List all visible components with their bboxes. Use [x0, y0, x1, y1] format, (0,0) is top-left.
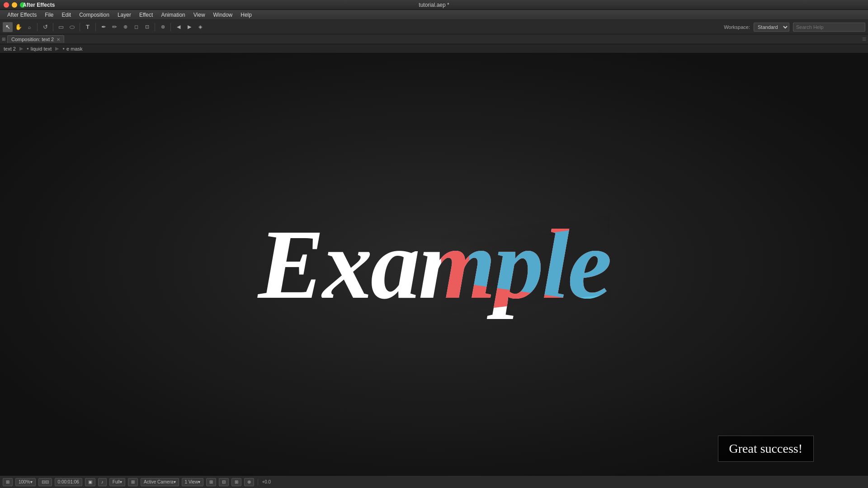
menu-layer[interactable]: Layer [114, 11, 135, 19]
resolution-icons[interactable]: ⊟⊟ [38, 478, 52, 486]
paint-tool[interactable]: ✏ [109, 22, 119, 32]
menu-effect[interactable]: Effect [136, 11, 156, 19]
menu-animation[interactable]: Animation [157, 11, 189, 19]
panel-tabs-bar: ⊞ Composition: text 2 ✕ ≡ [0, 34, 868, 44]
transform-btn[interactable]: ⊕ [244, 478, 254, 486]
quality-dropdown-icon: ▾ [120, 479, 122, 484]
comp-nav-liquid-text[interactable]: ● liquid text [27, 46, 52, 52]
comp-nav-liquid-text-label: liquid text [31, 46, 52, 52]
view-dropdown-icon: ▾ [198, 479, 200, 484]
layout-btn3[interactable]: ⊞ [231, 478, 241, 486]
main-text: Example [258, 215, 610, 314]
layout-btn1[interactable]: ⊞ [206, 478, 216, 486]
title-bar: After Effects tutorial.aep * [0, 0, 868, 10]
rect-mask-tool[interactable]: ▭ [56, 22, 66, 32]
success-text: Great success! [729, 441, 802, 455]
bullet-icon: ● [62, 47, 65, 51]
workspace-select[interactable]: Standard Minimal All Panels [754, 23, 789, 32]
rotate-tool[interactable]: ↺ [40, 22, 50, 32]
status-bar: ⊞ 100% ▾ ⊟⊟ 0:00:01:06 ▣ ♪ Full ▾ ⊞ Acti… [0, 475, 868, 488]
audio-btn[interactable]: ♪ [98, 478, 107, 486]
quality-btn[interactable]: Full ▾ [109, 478, 125, 486]
comp-icon-btn[interactable]: ⊞ [3, 478, 13, 486]
workspace-label: Workspace: [724, 24, 750, 30]
quality-value: Full [113, 479, 120, 484]
menu-bar: After Effects File Edit Composition Laye… [0, 10, 868, 20]
traffic-lights [4, 2, 25, 8]
app-name: After Effects [23, 2, 55, 8]
menu-view[interactable]: View [190, 11, 209, 19]
composition-tab[interactable]: Composition: text 2 ✕ [7, 35, 64, 43]
toolbar-right: Workspace: Standard Minimal All Panels [724, 23, 865, 32]
main-text-container: Example Example Example [258, 215, 610, 314]
search-input[interactable] [793, 23, 865, 32]
eraser-tool[interactable]: ◻ [131, 22, 141, 32]
toolbar-separator [80, 23, 80, 31]
zoom-tool[interactable]: ⌕ [24, 22, 34, 32]
timeline-tool[interactable]: ◈ [195, 22, 205, 32]
comp-nav-e-mask-label: e mask [66, 46, 82, 52]
selection-tool[interactable]: ↖ [3, 22, 13, 32]
roto-tool[interactable]: ⊡ [142, 22, 152, 32]
minimize-button[interactable] [12, 2, 17, 8]
menu-help[interactable]: Help [237, 11, 255, 19]
view-count-value: 1 View [185, 479, 198, 484]
toolbar-separator [37, 23, 38, 31]
comp-nav-e-mask[interactable]: ● e mask [62, 46, 82, 52]
toolbar-separator [170, 23, 171, 31]
coord-value: +0.0 [262, 479, 271, 484]
type-tool[interactable]: T [83, 22, 93, 32]
file-name: tutorial.aep * [419, 2, 449, 8]
zoom-btn[interactable]: 100% ▾ [15, 478, 36, 486]
toolbar-separator [95, 23, 96, 31]
preview-small[interactable]: ▣ [85, 478, 95, 486]
toolbar-separator [53, 23, 53, 31]
comp-nav-text2[interactable]: text 2 [4, 46, 16, 52]
panel-expand-icon[interactable]: ≡ [862, 35, 866, 43]
puppet-tool[interactable]: ⊗ [158, 22, 168, 32]
menu-edit[interactable]: Edit [58, 11, 75, 19]
menu-file[interactable]: File [41, 11, 57, 19]
comp-nav-bar: text 2 ▶ ● liquid text ▶ ● e mask [0, 44, 868, 53]
close-button[interactable] [4, 2, 9, 8]
layout-btn2[interactable]: ⊟ [219, 478, 229, 486]
comp-nav-text2-label: text 2 [4, 46, 16, 52]
success-badge: Great success! [718, 436, 814, 462]
arrow-back[interactable]: ◀ [174, 22, 184, 32]
view-count-btn[interactable]: 1 View ▾ [182, 478, 204, 486]
toolbar-separator [155, 23, 155, 31]
clone-tool[interactable]: ⊕ [120, 22, 130, 32]
hand-tool[interactable]: ✋ [14, 22, 24, 32]
menu-composition[interactable]: Composition [75, 11, 113, 19]
panel-icon: ⊞ [2, 37, 5, 42]
camera-dropdown-icon: ▾ [174, 479, 176, 484]
timecode-btn[interactable]: 0:00:01:06 [55, 478, 82, 486]
camera-btn[interactable]: Active Camera ▾ [141, 478, 179, 486]
pen-tool[interactable]: ✒ [99, 22, 108, 32]
camera-value: Active Camera [144, 479, 174, 484]
status-separator [258, 479, 258, 485]
arrow-fwd[interactable]: ▶ [184, 22, 194, 32]
menu-after-effects[interactable]: After Effects [4, 11, 40, 19]
zoom-dropdown-icon: ▾ [30, 479, 33, 484]
menu-window[interactable]: Window [210, 11, 236, 19]
composition-tab-label: Composition: text 2 [11, 37, 54, 42]
composition-tab-close[interactable]: ✕ [57, 37, 60, 42]
canvas-area: Example Example Example Great success! [0, 53, 868, 475]
ellipse-mask-tool[interactable]: ⬭ [67, 22, 77, 32]
zoom-value: 100% [19, 479, 30, 484]
bullet-icon: ● [27, 47, 29, 51]
timecode-value: 0:00:01:06 [58, 479, 79, 484]
toolbar: ↖ ✋ ⌕ ↺ ▭ ⬭ T ✒ ✏ ⊕ ◻ ⊡ ⊗ ◀ ▶ ◈ Workspac… [0, 20, 868, 34]
resolution-btn[interactable]: ⊞ [128, 478, 138, 486]
